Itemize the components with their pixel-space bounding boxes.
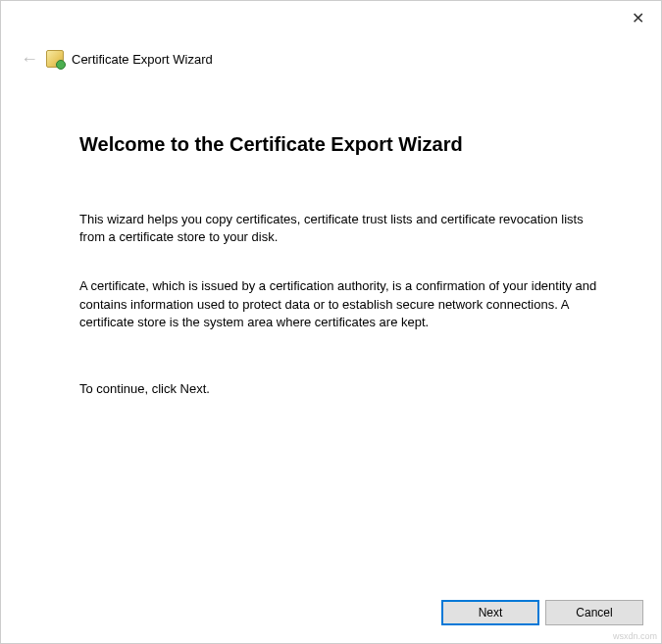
wizard-title: Certificate Export Wizard — [72, 52, 213, 67]
page-heading: Welcome to the Certificate Export Wizard — [79, 133, 602, 156]
back-arrow-icon: ← — [21, 50, 38, 68]
watermark-text: wsxdn.com — [613, 631, 657, 641]
intro-paragraph-1: This wizard helps you copy certificates,… — [79, 211, 602, 246]
next-button[interactable]: Next — [441, 600, 539, 625]
certificate-icon — [46, 50, 64, 68]
continue-instruction: To continue, click Next. — [79, 380, 602, 398]
close-icon[interactable]: ✕ — [628, 9, 647, 27]
wizard-content: Welcome to the Certificate Export Wizard… — [79, 133, 602, 429]
wizard-footer: Next Cancel — [441, 600, 643, 625]
wizard-header: ← Certificate Export Wizard — [21, 50, 213, 68]
cancel-button[interactable]: Cancel — [545, 600, 643, 625]
intro-paragraph-2: A certificate, which is issued by a cert… — [79, 277, 602, 331]
